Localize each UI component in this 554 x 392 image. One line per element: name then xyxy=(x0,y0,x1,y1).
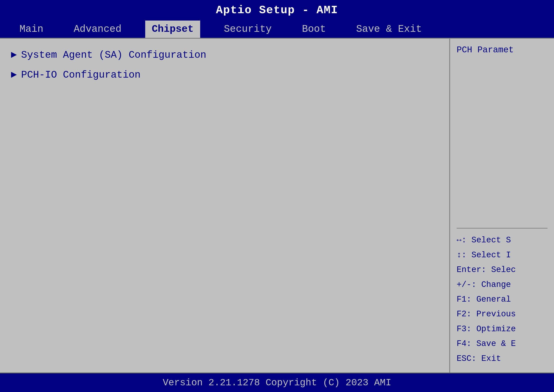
help-title: PCH Paramet xyxy=(457,45,547,224)
arrow-icon-sa: ► xyxy=(11,49,17,61)
key-help-line-2: ↕: Select I xyxy=(457,248,547,262)
tab-chipset[interactable]: Chipset xyxy=(145,21,200,38)
main-content: ► System Agent (SA) Configuration ► PCH-… xyxy=(0,38,554,372)
key-help-line-6: F2: Previous xyxy=(457,307,547,322)
help-divider xyxy=(457,228,547,229)
key-help-line-1: ↔: Select S xyxy=(457,233,547,248)
arrow-icon-pch: ► xyxy=(11,70,17,81)
bios-screen: Aptio Setup - AMI Main Advanced Chipset … xyxy=(0,0,554,392)
title-text: Aptio Setup - AMI xyxy=(216,4,338,17)
key-help-line-9: ESC: Exit xyxy=(457,351,547,366)
tab-security[interactable]: Security xyxy=(217,21,278,38)
tab-save-exit[interactable]: Save & Exit xyxy=(350,21,428,38)
key-help-line-4: +/-: Change xyxy=(457,277,547,292)
tab-boot[interactable]: Boot xyxy=(295,21,332,38)
tab-main[interactable]: Main xyxy=(13,21,50,38)
footer: Version 2.21.1278 Copyright (C) 2023 AMI xyxy=(0,372,554,392)
tab-advanced[interactable]: Advanced xyxy=(67,21,128,38)
menu-item-pch-io[interactable]: ► PCH-IO Configuration xyxy=(11,67,439,83)
right-panel: PCH Paramet ↔: Select S ↕: Select I Ente… xyxy=(450,39,554,372)
key-help: ↔: Select S ↕: Select I Enter: Selec +/-… xyxy=(457,233,547,366)
menu-item-sa-config[interactable]: ► System Agent (SA) Configuration xyxy=(11,47,439,63)
left-panel: ► System Agent (SA) Configuration ► PCH-… xyxy=(0,39,450,372)
key-help-line-3: Enter: Selec xyxy=(457,262,547,277)
key-help-line-7: F3: Optimize xyxy=(457,322,547,336)
nav-bar: Main Advanced Chipset Security Boot Save… xyxy=(0,21,554,38)
key-help-line-8: F4: Save & E xyxy=(457,336,547,351)
pch-io-label: PCH-IO Configuration xyxy=(21,70,141,81)
footer-text: Version 2.21.1278 Copyright (C) 2023 AMI xyxy=(163,377,391,388)
key-help-line-5: F1: General xyxy=(457,292,547,307)
title-bar: Aptio Setup - AMI xyxy=(0,0,554,21)
sa-config-label: System Agent (SA) Configuration xyxy=(21,49,207,61)
